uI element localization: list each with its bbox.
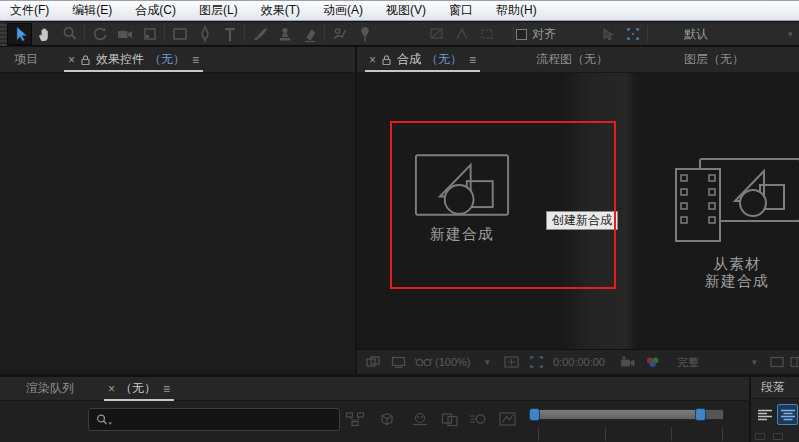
mask-icon — [428, 25, 446, 43]
selection-arrow-icon — [10, 24, 30, 44]
stereo-3d-button[interactable] — [414, 350, 433, 374]
mask-tool-button-2[interactable] — [449, 23, 474, 45]
toolbar-separator — [164, 26, 165, 42]
tab-composition[interactable]: × 合成 （无） ≡ — [365, 47, 480, 73]
roto-brush-tool-button[interactable] — [327, 23, 352, 45]
tab-render-queue[interactable]: 渲染队列 — [22, 376, 78, 402]
graph-editor-button[interactable] — [498, 411, 518, 428]
rectangle-tool-icon — [170, 24, 190, 44]
frame-blending-icon — [440, 411, 460, 428]
menu-help[interactable]: 帮助(H) — [496, 2, 537, 19]
snap-checkbox[interactable] — [516, 29, 527, 40]
motion-blur-icon — [468, 411, 488, 428]
close-icon[interactable]: × — [108, 382, 115, 396]
mask-tool-button-3[interactable] — [474, 23, 499, 45]
toolbar-separator — [324, 26, 325, 42]
chevron-down-icon: ▾ — [788, 29, 793, 39]
roi-button[interactable] — [528, 350, 545, 374]
puppet-pin-tool-button[interactable] — [352, 23, 377, 45]
snapshot-button[interactable] — [619, 350, 637, 374]
search-input[interactable] — [115, 413, 315, 427]
magnification-dropdown[interactable]: (100%) — [435, 350, 470, 374]
camera-icon — [115, 24, 135, 44]
panel-menu-icon[interactable]: ≡ — [469, 53, 476, 67]
shape-tool-button[interactable] — [167, 23, 192, 45]
slider-left-handle[interactable] — [529, 408, 540, 421]
tab-effect-controls-none: （无） — [149, 51, 185, 68]
blue-brackets-icon — [624, 25, 642, 43]
preview-monitor-button[interactable] — [390, 350, 407, 374]
text-tool-button[interactable] — [217, 23, 242, 45]
workspace-selector[interactable]: 默认 — [684, 22, 708, 46]
tab-flowchart[interactable]: 流程图（无） — [532, 47, 612, 73]
fast-previews-button[interactable] — [769, 350, 785, 374]
shy-layers-icon — [410, 411, 430, 428]
menu-view[interactable]: 视图(V) — [386, 2, 426, 19]
toolbar-overflow[interactable]: ▾ — [788, 22, 793, 46]
menu-composition[interactable]: 合成(C) — [135, 2, 176, 19]
new-comp-from-footage-button[interactable]: 从素材 新建合成 — [672, 151, 799, 289]
brush-icon — [250, 24, 270, 44]
menu-effect[interactable]: 效果(T) — [261, 2, 300, 19]
panel-menu-icon[interactable]: ≡ — [192, 53, 199, 67]
time-zoom-slider[interactable] — [529, 409, 724, 420]
draft-3d-button[interactable] — [377, 411, 397, 428]
snap-label[interactable]: 对齐 — [532, 26, 556, 43]
transparency-grid-button[interactable] — [789, 350, 799, 374]
channel-button[interactable] — [644, 350, 662, 374]
menu-file[interactable]: 文件(F) — [10, 2, 49, 19]
menu-layer[interactable]: 图层(L) — [199, 2, 238, 19]
hide-shy-layers-button[interactable] — [410, 411, 430, 428]
menu-window[interactable]: 窗口 — [449, 2, 473, 19]
after-effects-window: 文件(F) 编辑(E) 合成(C) 图层(L) 效果(T) 动画(A) 视图(V… — [0, 0, 799, 442]
brush-tool-button[interactable] — [247, 23, 272, 45]
tab-timeline-none-label: （无） — [120, 380, 156, 397]
tab-effect-controls[interactable]: × 效果控件 （无） ≡ — [64, 47, 203, 73]
resolution-dropdown[interactable]: 完整 — [677, 350, 699, 374]
motion-blur-button[interactable] — [468, 411, 488, 428]
camera-tool-button[interactable] — [112, 23, 137, 45]
close-icon[interactable]: × — [369, 53, 376, 67]
align-center-button[interactable] — [777, 404, 798, 425]
mask-tool-button-1[interactable] — [424, 23, 449, 45]
menu-animation[interactable]: 动画(A) — [323, 2, 363, 19]
safe-margins-button[interactable] — [503, 350, 520, 374]
tab-project[interactable]: 项目 — [10, 47, 42, 73]
align-left-button[interactable] — [754, 404, 775, 425]
resolution-chevron[interactable]: ▾ — [752, 350, 757, 374]
tab-composition-none: （无） — [426, 51, 462, 68]
comp-mini-flowchart-button[interactable] — [345, 411, 365, 428]
rotation-tool-button[interactable] — [87, 23, 112, 45]
zoom-tool-button[interactable] — [57, 23, 82, 45]
region-of-interest-button[interactable] — [620, 23, 645, 45]
ruler-tick — [605, 427, 606, 441]
draft-3d-icon — [377, 411, 397, 428]
hand-tool-button[interactable] — [32, 23, 57, 45]
tab-timeline-none[interactable]: × （无） ≡ — [104, 376, 174, 402]
menu-edit[interactable]: 编辑(E) — [72, 2, 112, 19]
frame-blending-button[interactable] — [440, 411, 460, 428]
lock-icon — [381, 54, 392, 66]
tab-layer[interactable]: 图层（无） — [680, 47, 748, 73]
overlap-squares-icon — [365, 354, 382, 370]
pan-behind-tool-button[interactable] — [137, 23, 162, 45]
eraser-tool-button[interactable] — [297, 23, 322, 45]
always-preview-button[interactable] — [365, 350, 382, 374]
tab-paragraph[interactable]: 段落 — [751, 377, 799, 399]
slider-right-handle[interactable] — [695, 408, 706, 421]
selection-tool-button[interactable] — [7, 23, 32, 45]
ruler-tick — [538, 427, 539, 441]
clone-stamp-tool-button[interactable] — [272, 23, 297, 45]
dark-arrow-button[interactable] — [595, 23, 620, 45]
roto-brush-icon — [330, 24, 350, 44]
tab-project-label: 项目 — [14, 51, 38, 68]
stereo-glasses-icon — [414, 354, 433, 370]
timecode-display[interactable]: 0:00:00:00 — [553, 350, 605, 374]
timeline-search-box[interactable] — [88, 408, 340, 431]
pan-behind-icon — [140, 24, 160, 44]
panel-menu-icon[interactable]: ≡ — [163, 382, 170, 396]
tab-flowchart-label: 流程图（无） — [536, 51, 608, 68]
magnification-chevron[interactable]: ▾ — [485, 350, 490, 374]
pen-tool-button[interactable] — [192, 23, 217, 45]
close-icon[interactable]: × — [68, 53, 75, 67]
